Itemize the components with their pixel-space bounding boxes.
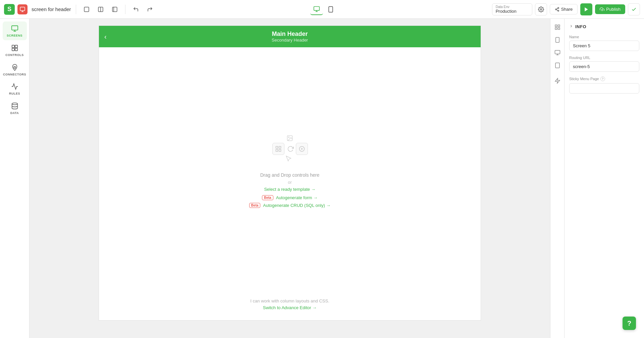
play-placeholder-icon [296, 143, 308, 155]
check-button[interactable] [628, 3, 640, 15]
screen-body: Drag and Drop controls here or Select a … [99, 47, 481, 295]
beta-row-form: Beta Autogenerate form → [262, 195, 318, 200]
rs-info-tab-button[interactable] [552, 21, 563, 33]
svg-rect-40 [555, 28, 557, 30]
desktop-device-button[interactable] [310, 4, 323, 15]
beta-badge-crud: Beta [249, 203, 261, 208]
advance-editor-link[interactable]: Switch to Advance Editor → [263, 305, 317, 310]
svg-point-15 [555, 9, 556, 10]
svg-rect-35 [279, 150, 281, 152]
beta-row-crud: Beta Autogenerate CRUD (SQL only) → [249, 203, 331, 208]
top-toolbar: S screen for header Data Env Production [0, 0, 644, 19]
svg-rect-44 [555, 50, 560, 54]
svg-point-14 [557, 7, 559, 9]
app-logo[interactable]: S [4, 4, 15, 15]
svg-point-13 [540, 8, 542, 10]
name-field-row: Name [569, 35, 639, 51]
data-env-selector[interactable]: Data Env Production [492, 3, 532, 15]
svg-rect-32 [276, 147, 278, 149]
svg-rect-27 [15, 48, 17, 51]
canvas-inner: ‹ Main Header Secondary Header [30, 19, 550, 338]
rs-mobile-tab-button[interactable] [552, 34, 563, 46]
layout-half-button[interactable] [95, 4, 106, 15]
layout-side-button[interactable] [109, 4, 120, 15]
rs-lightning-tab-button[interactable] [552, 75, 563, 87]
back-arrow-button[interactable]: ‹ [104, 33, 107, 41]
sidebar-item-rules[interactable]: RULES [3, 79, 27, 98]
sidebar-item-screens[interactable]: SCREENS [3, 21, 27, 40]
svg-marker-49 [555, 78, 560, 83]
autogenerate-form-link[interactable]: Autogenerate form → [276, 195, 318, 200]
right-sidebar-inner: INFO Name Routing URL Sticky Menu Page ? [550, 19, 644, 338]
preview-button[interactable] [580, 3, 592, 15]
or-text: or [288, 180, 292, 185]
right-sidebar-content: INFO Name Routing URL Sticky Menu Page ? [565, 19, 644, 338]
svg-rect-26 [12, 48, 14, 51]
svg-rect-8 [314, 6, 320, 10]
svg-marker-37 [301, 148, 303, 150]
sidebar-screens-label: SCREENS [7, 34, 22, 38]
sticky-menu-select[interactable] [569, 83, 639, 94]
select-template-link[interactable]: Select a ready template → [264, 187, 315, 192]
settings-button[interactable] [535, 3, 547, 15]
toolbar-divider-1 [76, 5, 76, 14]
name-input[interactable] [569, 41, 639, 51]
share-button[interactable]: Share [550, 4, 578, 14]
drop-zone-icons [270, 132, 310, 166]
name-field-label: Name [569, 35, 639, 39]
svg-rect-25 [15, 45, 17, 48]
svg-rect-21 [11, 26, 17, 30]
info-chevron-right-icon [569, 23, 573, 30]
info-section-header[interactable]: INFO [569, 23, 639, 30]
screen-header: ‹ Main Header Secondary Header [99, 26, 481, 47]
right-sidebar: INFO Name Routing URL Sticky Menu Page ? [550, 19, 644, 338]
svg-point-29 [12, 103, 17, 105]
layout-full-button[interactable] [81, 4, 92, 15]
svg-line-17 [556, 9, 558, 10]
routing-url-input[interactable] [569, 61, 639, 72]
screen-frame: ‹ Main Header Secondary Header [99, 25, 481, 321]
svg-rect-11 [329, 6, 333, 12]
svg-point-28 [14, 66, 16, 68]
sticky-menu-help-icon[interactable]: ? [600, 76, 605, 81]
screen-title: screen for header [32, 6, 71, 12]
sidebar-controls-label: CONTROLS [5, 53, 24, 57]
sidebar-item-connectors[interactable]: CONNECTORS [3, 60, 27, 79]
svg-point-16 [557, 10, 559, 11]
redo-button[interactable] [144, 4, 156, 15]
mobile-device-button[interactable] [324, 4, 337, 15]
left-sidebar: SCREENS CONTROLS CONNECTORS RULES DATA [0, 19, 30, 338]
drag-drop-text: Drag and Drop controls here [260, 172, 320, 178]
data-env-label: Data Env [496, 5, 509, 9]
column-layout-text: I can work with column layouts and CSS. [250, 298, 329, 303]
main-header-text: Main Header [272, 31, 308, 38]
data-env-value: Production [496, 9, 517, 14]
autogenerate-crud-link[interactable]: Autogenerate CRUD (SQL only) → [263, 203, 330, 208]
svg-rect-38 [555, 25, 557, 26]
sidebar-connectors-label: CONNECTORS [3, 73, 26, 76]
info-section-label: INFO [575, 24, 586, 29]
sticky-menu-label: Sticky Menu Page ? [569, 76, 605, 81]
image-placeholder-icon [284, 132, 296, 144]
help-fab-button[interactable]: ? [623, 317, 636, 330]
cursor-placeholder-icon [282, 152, 294, 164]
secondary-header-text: Secondary Header [272, 38, 308, 43]
main-area: SCREENS CONTROLS CONNECTORS RULES DATA ‹ [0, 19, 644, 338]
sidebar-item-controls[interactable]: CONTROLS [3, 41, 27, 60]
device-selector [158, 4, 489, 15]
rs-tablet-tab-button[interactable] [552, 60, 563, 71]
svg-marker-19 [585, 7, 588, 11]
svg-rect-0 [20, 7, 25, 11]
screen-icon [17, 4, 28, 14]
sidebar-item-data[interactable]: DATA [3, 99, 27, 118]
sticky-menu-label-row: Sticky Menu Page ? [569, 76, 639, 81]
svg-rect-39 [558, 25, 559, 26]
undo-button[interactable] [130, 4, 142, 15]
svg-line-18 [556, 8, 558, 9]
svg-point-31 [288, 137, 289, 138]
routing-url-field-row: Routing URL [569, 56, 639, 72]
rs-desktop-tab-button[interactable] [552, 47, 563, 58]
beta-badge-form: Beta [262, 195, 273, 200]
sticky-menu-field-row: Sticky Menu Page ? [569, 76, 639, 94]
publish-button[interactable]: Publish [595, 4, 625, 14]
